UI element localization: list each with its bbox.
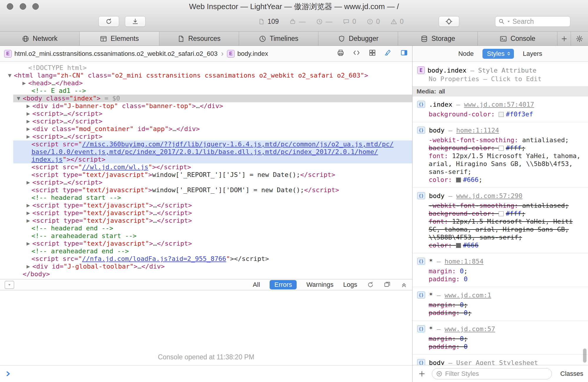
disclosure-closed-icon[interactable]: ▶ [25, 118, 32, 125]
tab-debugger[interactable]: Debugger [318, 32, 398, 46]
dom-tree-line[interactable]: ▶<div id="J-global-toolbar">…</div> [13, 263, 412, 270]
dom-tree-line[interactable]: ▶<div id="J-banner-top" class="banner-to… [13, 102, 412, 110]
color-swatch[interactable] [456, 177, 461, 182]
zoom-button[interactable] [32, 3, 39, 10]
disclosure-closed-icon[interactable]: ▶ [25, 179, 32, 186]
css-property[interactable]: color: #666; [412, 176, 588, 184]
css-property[interactable]: font: 12px/1.5 Microsoft YaHei, tahoma, [412, 152, 588, 160]
dom-tree-line[interactable]: <!-- headerad end --> [13, 224, 412, 232]
dom-tree-line[interactable]: <!-- areaheaderad start --> [13, 232, 412, 240]
tab-resources[interactable]: Resources [159, 32, 239, 46]
dom-token[interactable]: index.js [31, 156, 63, 163]
dom-token[interactable]: base/1.0.0/event.js,mtd/pc/index_2017/2.… [31, 148, 378, 155]
css-property[interactable]: padding: 0; [412, 309, 588, 317]
css-selector[interactable]: body [429, 127, 445, 134]
css-rule-source-link[interactable]: home:1:854 [445, 258, 483, 265]
disclosure-open-icon[interactable]: ▼ [15, 95, 22, 102]
css-rule-source-link[interactable]: www.jd.com:1 [445, 291, 491, 299]
css-selector[interactable]: * [429, 258, 433, 265]
printer-button[interactable] [337, 49, 345, 58]
css-selector[interactable]: body [429, 359, 445, 365]
color-swatch[interactable] [456, 243, 461, 248]
css-rule-source-link[interactable]: www.jd.com:57 [445, 325, 495, 333]
dom-tree-line[interactable]: index.js"></script> [13, 156, 412, 163]
dom-tree-line[interactable]: base/1.0.0/event.js,mtd/pc/index_2017/2.… [13, 148, 412, 156]
dom-tree-line[interactable]: ▼<body class="index"> = $0 [13, 95, 412, 102]
css-rule-source-link[interactable]: www.jd.com:57:290 [456, 192, 522, 200]
dom-tree-line[interactable]: ▶<script type="text/javascript">…</scrip… [13, 217, 412, 224]
dom-tree-line[interactable]: ▼<html lang="zh-CN" class="o2_mini csstr… [13, 72, 412, 79]
dom-tree-line[interactable]: <script type="text/javascript">window['_… [13, 171, 412, 179]
paintbrush-button[interactable] [384, 49, 392, 58]
dom-token[interactable]: //misc.360buyimg.com/??jdf/lib/jquery-1.… [82, 140, 394, 148]
dom-token[interactable]: //nfa.jd.com/loadFa.js?aid=2_955_8766 [82, 255, 226, 262]
classes-button[interactable]: Classes [560, 370, 583, 378]
element-picker-button[interactable] [439, 16, 459, 27]
css-property[interactable]: background-color: #f0f3ef [412, 110, 588, 118]
grid-button[interactable] [368, 49, 376, 58]
css-rule-source-link[interactable]: home:1:1124 [456, 127, 499, 134]
color-swatch[interactable] [499, 146, 504, 151]
console-filter-errors[interactable]: Errors [270, 280, 297, 289]
dom-tree-line[interactable]: </body> [13, 270, 412, 278]
breadcrumb-item[interactable]: Ebody.index [227, 50, 268, 58]
css-property[interactable]: padding: 0 [412, 343, 588, 351]
tab-elements[interactable]: Elements [80, 32, 159, 46]
disclosure-closed-icon[interactable]: ▶ [25, 133, 32, 140]
disclosure-closed-icon[interactable]: ▶ [21, 79, 28, 87]
split-console-button[interactable] [384, 281, 391, 288]
dom-tree-line[interactable]: ▶<script>…</script> [13, 179, 412, 186]
no-properties-message[interactable]: No Properties — Click to Edit [412, 75, 588, 83]
css-property[interactable]: background-color: #fff; [412, 210, 588, 217]
css-rule-source-link[interactable]: www.jd.com:57:4017 [464, 101, 534, 108]
css-property[interactable]: color: #666 [412, 241, 588, 249]
refresh-button[interactable] [367, 281, 374, 288]
css-property[interactable]: font: 12px/1.5 Microsoft YaHei, Heiti [412, 217, 588, 225]
collapse-button[interactable] [400, 281, 407, 288]
console-filter-warnings[interactable]: Warnings [306, 281, 333, 289]
reload-button[interactable] [98, 16, 119, 27]
dom-tree-line[interactable]: ▶<script type="text/javascript">…</scrip… [13, 240, 412, 247]
color-swatch[interactable] [499, 112, 504, 117]
code-brackets-button[interactable] [353, 49, 360, 58]
dom-tree-line[interactable]: ▶<script type="text/javascript">…</scrip… [13, 202, 412, 209]
filter-styles-input[interactable] [445, 370, 548, 378]
css-selector[interactable]: * [429, 291, 433, 299]
color-swatch[interactable] [499, 211, 504, 216]
sidebar-tab-styles[interactable]: Styles [482, 49, 514, 59]
dom-tree-line[interactable]: ▶<div class="mod_container" id="app">…</… [13, 125, 412, 133]
css-property[interactable]: -webkit-font-smoothing: antialiased; [412, 136, 588, 144]
console-banner-toggle[interactable] [5, 281, 14, 289]
download-button[interactable] [125, 16, 146, 27]
dom-tree-line[interactable]: ▶<script>…</script> [13, 133, 412, 140]
css-property[interactable]: margin: 0; [412, 301, 588, 309]
css-selector[interactable]: body [429, 192, 445, 200]
disclosure-closed-icon[interactable]: ▶ [25, 125, 32, 133]
dom-tree-line[interactable]: ▶<head>…</head> [13, 79, 412, 87]
dom-tree-line[interactable]: <script src="//misc.360buyimg.com/??jdf/… [13, 140, 412, 148]
disclosure-closed-icon[interactable]: ▶ [25, 217, 32, 224]
console-prompt[interactable] [0, 365, 412, 382]
disclosure-closed-icon[interactable]: ▶ [25, 240, 32, 247]
css-property[interactable]: sans-serif; [412, 168, 588, 176]
disclosure-closed-icon[interactable]: ▶ [25, 209, 32, 217]
chevron-down-icon[interactable] [507, 20, 510, 23]
settings-button[interactable] [571, 32, 588, 46]
css-property[interactable]: background-color: #fff; [412, 144, 588, 152]
tab-console[interactable]: Console [478, 32, 557, 46]
dom-tree-line[interactable]: <!-- areaheaderad end --> [13, 247, 412, 255]
css-selector[interactable]: .index [429, 101, 452, 108]
search-input[interactable] [512, 18, 567, 26]
sidebar-tab-layers[interactable]: Layers [523, 50, 542, 58]
sidebar-tab-node[interactable]: Node [458, 50, 474, 58]
new-tab-button[interactable] [557, 32, 571, 46]
dom-tree-line[interactable]: ▶<script type="text/javascript">…</scrip… [13, 209, 412, 217]
css-property[interactable]: SC, tahoma, arial, Hiragino Sans GB, [412, 225, 588, 233]
css-property[interactable]: margin: 0; [412, 267, 588, 275]
filter-styles-field[interactable] [432, 368, 552, 379]
dom-token[interactable]: //wl.jd.com/wl.js [82, 163, 148, 171]
console-filter-logs[interactable]: Logs [343, 281, 357, 289]
tab-timelines[interactable]: Timelines [239, 32, 319, 46]
console-log-area[interactable]: Console opened at 11:38:20 PM [0, 290, 412, 365]
css-property[interactable]: margin: 0; [412, 335, 588, 343]
